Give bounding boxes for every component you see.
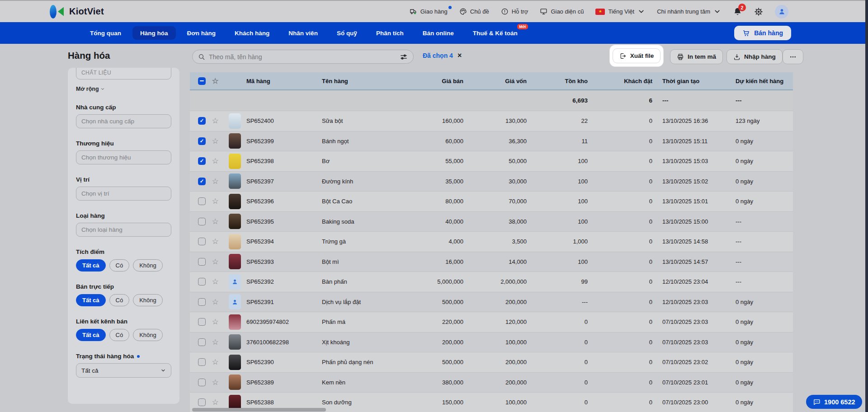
filter-input[interactable]: Chọn nhà cung cấp <box>76 114 171 128</box>
notifications-button[interactable]: 2 <box>733 7 742 16</box>
nh-p-h-ng-button[interactable]: Nhập hàng <box>726 49 783 64</box>
nav-item-b-n-online[interactable]: Bán online <box>415 26 462 40</box>
col-header-created[interactable]: Thời gian tạo <box>656 78 731 84</box>
table-row[interactable]: ☆ SP652397 Đường kính 35,000 30,000 100 … <box>190 171 793 192</box>
nav-item-s-qu-[interactable]: Sổ quỹ <box>329 26 365 40</box>
pill-t-t-c-[interactable]: Tất cả <box>76 329 106 341</box>
row-checkbox[interactable] <box>198 298 206 306</box>
pill-kh-ng[interactable]: Không <box>133 294 163 306</box>
topbar-item-4[interactable]: Giao diện cũ <box>540 8 584 15</box>
topbar-item-2[interactable]: Chủ đề <box>459 8 489 15</box>
sell-button[interactable]: Bán hàng <box>734 26 791 40</box>
clear-selection-icon[interactable]: × <box>458 52 462 59</box>
favorite-star-icon[interactable]: ☆ <box>207 398 223 406</box>
material-filter-input[interactable]: CHẤT LIỆU <box>76 68 171 80</box>
branch-selector[interactable]: Chi nhánh trung tâm <box>657 8 721 15</box>
favorite-star-icon[interactable]: ☆ <box>207 157 223 165</box>
table-row[interactable]: ☆ SP652392 Bàn phấn 5,000,000 2,000,000 … <box>190 272 793 292</box>
table-row[interactable]: ☆ SP652389 Kem nền 380,000 200,000 0 0 0… <box>190 372 793 393</box>
xu-t-file-button[interactable]: Xuất file <box>613 48 661 63</box>
row-checkbox[interactable] <box>198 398 206 406</box>
favorite-star-icon[interactable]: ☆ <box>207 258 223 266</box>
col-header-stock[interactable]: Tồn kho <box>530 78 591 84</box>
table-row[interactable]: ☆ SP652396 Bột Ca Cao 80,000 70,000 100 … <box>190 191 793 211</box>
favorite-star-icon[interactable]: ☆ <box>207 338 223 346</box>
col-header-ordered[interactable]: Khách đặt <box>591 78 656 84</box>
row-checkbox[interactable] <box>198 379 206 386</box>
pill-kh-ng[interactable]: Không <box>133 259 163 272</box>
nav-item-t-ng-quan[interactable]: Tổng quan <box>82 26 129 40</box>
pill-c-[interactable]: Có <box>109 329 130 341</box>
nav-item-kh-ch-h-ng[interactable]: Khách hàng <box>227 26 277 40</box>
row-checkbox[interactable] <box>198 137 206 145</box>
nav-item-h-ng-h-a[interactable]: Hàng hóa <box>132 26 176 40</box>
favorite-star-icon[interactable]: ☆ <box>207 178 223 185</box>
row-checkbox[interactable] <box>198 318 206 326</box>
table-row[interactable]: ☆ SP652394 Trứng gà 4,000 3,500 1,000 0 … <box>190 231 793 252</box>
pill-t-t-c-[interactable]: Tất cả <box>76 294 106 306</box>
pill-t-t-c-[interactable]: Tất cả <box>76 259 106 272</box>
table-row[interactable]: ☆ SP652390 Phấn phủ dạng nén 500,000 200… <box>190 352 793 372</box>
row-checkbox[interactable] <box>198 218 206 225</box>
topbar-item-3[interactable]: Hỗ trợ <box>501 8 528 15</box>
table-row[interactable]: ☆ 3760100682298 Xịt khoáng 200,000 100,0… <box>190 332 793 352</box>
table-row[interactable]: ☆ SP652398 Bơ 55,000 50,000 100 0 13/10/… <box>190 151 793 171</box>
pill-c-[interactable]: Có <box>109 294 130 306</box>
topbar-item-label: Giao hàng <box>420 8 448 15</box>
pill-c-[interactable]: Có <box>109 259 130 272</box>
sliders-icon[interactable] <box>400 53 408 61</box>
hotline-chat-button[interactable]: 1900 6522 <box>806 395 862 409</box>
row-checkbox[interactable] <box>198 117 206 125</box>
filter-input[interactable]: Chọn loại hàng <box>76 223 171 237</box>
table-row[interactable]: ☆ 6902395974802 Phấn má 220,000 120,000 … <box>190 312 793 332</box>
favorite-star-icon[interactable]: ☆ <box>207 197 223 205</box>
favorite-star-icon[interactable]: ☆ <box>207 318 223 326</box>
language-selector[interactable]: ★Tiếng Việt <box>595 8 645 15</box>
star-header-icon[interactable]: ☆ <box>207 77 223 85</box>
col-header-forecast[interactable]: Dự kiến hết hàng <box>731 78 793 84</box>
topbar-item-1[interactable]: Giao hàng <box>410 8 448 15</box>
favorite-star-icon[interactable]: ☆ <box>207 117 223 125</box>
table-row[interactable]: ☆ SP652395 Baking soda 40,000 38,000 100… <box>190 211 793 232</box>
favorite-star-icon[interactable]: ☆ <box>207 238 223 245</box>
filter-input[interactable]: Chọn thương hiệu <box>76 150 171 164</box>
in-tem-m--button[interactable]: In tem mã <box>670 49 723 64</box>
nav-item-nh-n-vi-n[interactable]: Nhân viên <box>281 26 326 40</box>
search-bar[interactable] <box>192 50 414 64</box>
horizontal-scrollbar[interactable] <box>192 408 326 412</box>
col-header-code[interactable]: Mã hàng <box>244 78 319 84</box>
filter-select[interactable]: Tất cả <box>76 363 171 378</box>
row-checkbox[interactable] <box>198 258 206 266</box>
favorite-star-icon[interactable]: ☆ <box>207 278 223 286</box>
col-header-price[interactable]: Giá bán <box>432 78 467 84</box>
row-checkbox[interactable] <box>198 278 206 286</box>
row-checkbox[interactable] <box>198 338 206 346</box>
select-all-checkbox[interactable] <box>198 77 206 85</box>
favorite-star-icon[interactable]: ☆ <box>207 298 223 306</box>
favorite-star-icon[interactable]: ☆ <box>207 379 223 386</box>
favorite-star-icon[interactable]: ☆ <box>207 218 223 225</box>
user-avatar[interactable] <box>775 5 788 19</box>
row-checkbox[interactable] <box>198 178 206 185</box>
row-checkbox[interactable] <box>198 197 206 205</box>
col-header-cost[interactable]: Giá vốn <box>467 78 530 84</box>
nav-item--n-h-ng[interactable]: Đơn hàng <box>179 26 224 40</box>
table-row[interactable]: ☆ SP652391 Dịch vụ lắp đặt 500,000 200,0… <box>190 292 793 312</box>
col-header-name[interactable]: Tên hàng <box>319 78 432 84</box>
table-row[interactable]: ☆ SP652400 Sữa bột 160,000 130,000 22 0 … <box>190 111 793 131</box>
row-checkbox[interactable] <box>198 238 206 245</box>
pill-kh-ng[interactable]: Không <box>133 329 163 341</box>
nav-item-thu-k-to-n[interactable]: Thuế & Kế toánMới <box>465 26 525 40</box>
row-checkbox[interactable] <box>198 157 206 165</box>
more-button[interactable] <box>783 49 803 64</box>
favorite-star-icon[interactable]: ☆ <box>207 137 223 145</box>
expand-filters-link[interactable]: Mở rộng <box>76 86 171 92</box>
nav-item-ph-n-t-ch[interactable]: Phân tích <box>368 26 411 40</box>
search-input[interactable] <box>209 53 396 61</box>
row-checkbox[interactable] <box>198 358 206 366</box>
filter-input[interactable]: Chọn vị trí <box>76 187 171 201</box>
gear-icon[interactable] <box>754 7 763 16</box>
table-row[interactable]: ☆ SP652399 Bánh ngọt 60,000 36,300 11 0 … <box>190 131 793 151</box>
table-row[interactable]: ☆ SP652393 Bột mì 16,000 14,000 100 0 13… <box>190 252 793 272</box>
favorite-star-icon[interactable]: ☆ <box>207 358 223 366</box>
